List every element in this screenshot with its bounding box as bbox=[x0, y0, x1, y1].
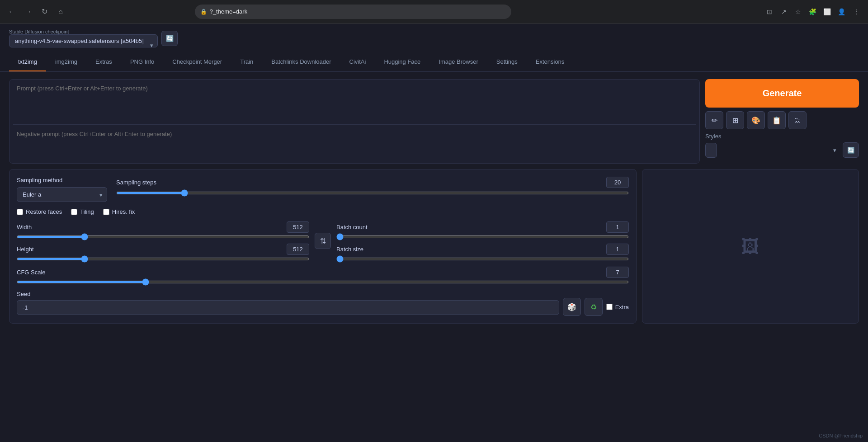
seed-label: Seed bbox=[17, 291, 559, 297]
checkpoint-wrapper: Stable Diffusion checkpoint anything-v4.… bbox=[9, 29, 158, 47]
cfg-scale-value: 7 bbox=[606, 267, 629, 278]
tool-buttons: ✏ ⊞ 🎨 📋 🗂 bbox=[705, 111, 859, 129]
tab-train[interactable]: Train bbox=[231, 53, 262, 71]
tab-batchlinks[interactable]: Batchlinks Downloader bbox=[262, 53, 340, 71]
bookmark-button[interactable]: ☆ bbox=[792, 5, 805, 18]
address-text: ?_theme=dark bbox=[210, 8, 247, 15]
batch-groups: Batch count 1 Batch size 1 bbox=[336, 221, 629, 260]
seed-input[interactable] bbox=[17, 300, 559, 315]
seed-row: Seed 🎲 ♻ Extra bbox=[17, 290, 629, 316]
sampling-steps-slider[interactable] bbox=[116, 192, 629, 194]
swap-dimensions-button[interactable]: ⇅ bbox=[315, 233, 331, 249]
extra-checkbox[interactable]: Extra bbox=[606, 304, 629, 310]
styles-refresh-button[interactable]: 🔄 bbox=[843, 142, 859, 158]
recycle-seed-button[interactable]: ♻ bbox=[585, 298, 603, 316]
profile-button[interactable]: 👤 bbox=[835, 5, 848, 18]
hires-fix-checkbox[interactable]: Hires. fix bbox=[103, 208, 135, 215]
styles-select[interactable] bbox=[705, 143, 717, 158]
tab-extensions[interactable]: Extensions bbox=[527, 53, 574, 71]
cfg-scale-label: CFG Scale bbox=[17, 269, 46, 276]
tab-extras[interactable]: Extras bbox=[86, 53, 121, 71]
sampling-steps-label: Sampling steps bbox=[116, 179, 156, 186]
sampling-row: Sampling method Euler a Euler LMS Heun D… bbox=[17, 177, 629, 202]
positive-prompt[interactable] bbox=[9, 80, 699, 124]
checkpoint-refresh-button[interactable]: 🔄 bbox=[161, 31, 178, 46]
width-group: Width 512 bbox=[17, 221, 309, 238]
tiling-input[interactable] bbox=[71, 209, 77, 215]
sampling-steps-value: 20 bbox=[606, 177, 629, 188]
height-slider[interactable] bbox=[17, 258, 309, 260]
prompt-container: Generate ✏ ⊞ 🎨 📋 🗂 Styles bbox=[9, 79, 859, 164]
generate-button[interactable]: Generate bbox=[705, 79, 859, 108]
width-slider[interactable] bbox=[17, 235, 309, 238]
restore-faces-input[interactable] bbox=[17, 209, 23, 215]
app-container: Stable Diffusion checkpoint anything-v4.… bbox=[0, 24, 868, 442]
batch-size-header: Batch size 1 bbox=[336, 244, 629, 255]
cfg-scale-header: CFG Scale 7 bbox=[17, 267, 629, 278]
dimensions-row: Width 512 Height 512 bbox=[17, 221, 629, 260]
tab-strip-button[interactable]: ⬜ bbox=[821, 5, 834, 18]
browser-chrome: ← → ↻ ⌂ 🔒 ?_theme=dark ⊡ ↗ ☆ 🧩 ⬜ 👤 ⋮ bbox=[0, 0, 868, 24]
tab-huggingface[interactable]: Hugging Face bbox=[375, 53, 429, 71]
tab-txt2img[interactable]: txt2img bbox=[9, 53, 46, 71]
extra-input[interactable] bbox=[606, 304, 613, 310]
tiling-label: Tiling bbox=[80, 208, 94, 215]
share-button[interactable]: ↗ bbox=[778, 5, 790, 18]
tab-img2img[interactable]: img2img bbox=[46, 53, 86, 71]
tab-imagebrowser[interactable]: Image Browser bbox=[429, 53, 487, 71]
watermark: CSDN @Friendship bbox=[819, 433, 863, 438]
sampling-steps-header: Sampling steps 20 bbox=[116, 177, 629, 188]
forward-button[interactable]: → bbox=[22, 5, 34, 18]
restore-faces-checkbox[interactable]: Restore faces bbox=[17, 208, 62, 215]
tab-pnginfo[interactable]: PNG Info bbox=[121, 53, 163, 71]
main-content: Generate ✏ ⊞ 🎨 📋 🗂 Styles bbox=[0, 72, 868, 331]
checkpoint-bar: Stable Diffusion checkpoint anything-v4.… bbox=[0, 24, 868, 53]
batch-size-value: 1 bbox=[606, 244, 629, 255]
cfg-scale-slider[interactable] bbox=[17, 281, 629, 283]
nav-tabs: txt2img img2img Extras PNG Info Checkpoi… bbox=[0, 53, 868, 72]
height-value: 512 bbox=[287, 244, 309, 255]
batch-count-slider[interactable] bbox=[336, 235, 629, 238]
reload-button[interactable]: ↻ bbox=[38, 5, 51, 18]
sampling-method-select[interactable]: Euler a Euler LMS Heun DPM2 DPM2 a bbox=[17, 187, 107, 202]
styles-chevron-icon: ▾ bbox=[833, 147, 836, 154]
random-seed-button[interactable]: 🎲 bbox=[563, 298, 581, 316]
back-button[interactable]: ← bbox=[5, 5, 18, 18]
grid-tool-button[interactable]: ⊞ bbox=[726, 111, 744, 129]
width-header: Width 512 bbox=[17, 221, 309, 233]
batch-size-group: Batch size 1 bbox=[336, 244, 629, 260]
layers-tool-button[interactable]: 🗂 bbox=[788, 111, 807, 129]
extra-label: Extra bbox=[615, 304, 629, 310]
sampling-method-label: Sampling method bbox=[17, 177, 107, 183]
browser-actions: ⊡ ↗ ☆ 🧩 ⬜ 👤 ⋮ bbox=[763, 5, 863, 18]
tab-settings[interactable]: Settings bbox=[487, 53, 527, 71]
tab-civitai[interactable]: CivitAi bbox=[340, 53, 375, 71]
pencil-tool-button[interactable]: ✏ bbox=[705, 111, 723, 129]
batch-count-value: 1 bbox=[606, 221, 629, 233]
hires-fix-input[interactable] bbox=[103, 209, 109, 215]
menu-button[interactable]: ⋮ bbox=[850, 5, 863, 18]
height-label: Height bbox=[17, 246, 34, 253]
image-output-panel: 🖼 bbox=[642, 169, 859, 324]
batch-count-header: Batch count 1 bbox=[336, 221, 629, 233]
tab-checkpoint-merger[interactable]: Checkpoint Merger bbox=[163, 53, 231, 71]
checkpoint-select[interactable]: anything-v4.5-vae-swapped.safetensors [a… bbox=[9, 34, 158, 47]
color-tool-button[interactable]: 🎨 bbox=[747, 111, 765, 129]
restore-faces-label: Restore faces bbox=[26, 208, 62, 215]
address-bar[interactable]: 🔒 ?_theme=dark bbox=[195, 5, 511, 19]
negative-prompt[interactable] bbox=[9, 125, 699, 163]
height-header: Height 512 bbox=[17, 244, 309, 255]
width-label: Width bbox=[17, 224, 32, 230]
prompt-left bbox=[9, 79, 700, 164]
batch-size-label: Batch size bbox=[336, 246, 363, 253]
lock-icon: 🔒 bbox=[200, 9, 207, 15]
batch-size-slider[interactable] bbox=[336, 258, 629, 260]
styles-label: Styles bbox=[705, 133, 859, 140]
bottom-row: Sampling method Euler a Euler LMS Heun D… bbox=[9, 169, 859, 324]
clipboard-tool-button[interactable]: 📋 bbox=[768, 111, 786, 129]
home-button[interactable]: ⌂ bbox=[54, 5, 67, 18]
extensions-button[interactable]: 🧩 bbox=[807, 5, 819, 18]
tiling-checkbox[interactable]: Tiling bbox=[71, 208, 94, 215]
checkboxes-row: Restore faces Tiling Hires. fix bbox=[17, 208, 629, 215]
translate-button[interactable]: ⊡ bbox=[763, 5, 776, 18]
